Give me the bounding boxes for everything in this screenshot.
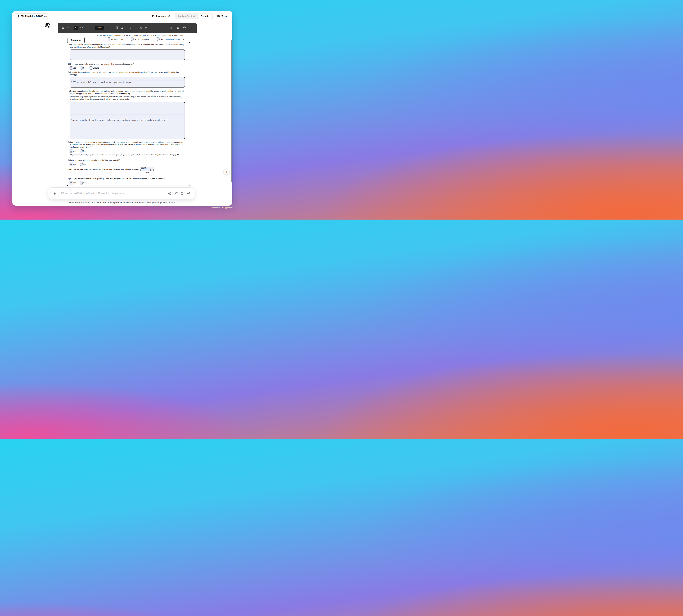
microphone-icon[interactable] (53, 192, 57, 195)
radio-no[interactable]: No (80, 181, 86, 184)
toolbar-divider (112, 26, 112, 30)
pdf-toolbar: us... 5 / 16 − 87% + (58, 23, 197, 33)
compass-icon[interactable] (168, 192, 172, 195)
scroll-down-button[interactable]: ↓ (224, 169, 230, 175)
radio-yes[interactable]: Yes (70, 162, 76, 166)
tab-results[interactable]: Results (198, 14, 212, 19)
radio-circle[interactable] (70, 66, 72, 70)
undo-icon[interactable] (139, 26, 142, 29)
redo-icon[interactable] (144, 26, 147, 29)
zoom-in-button[interactable]: + (106, 26, 109, 29)
question-7-row: 7) Provide the year when your patient be… (68, 168, 186, 176)
chat-lightning-icon[interactable] (44, 22, 50, 29)
more-options-icon[interactable] (190, 26, 193, 29)
radio-no[interactable]: No (80, 162, 86, 166)
mandatory-bold: mandatory. (121, 92, 131, 94)
view-switcher: Medical Context Results (175, 13, 213, 19)
add-text-annotation-icon[interactable] (170, 26, 173, 29)
tasks-button[interactable]: Tasks (217, 15, 228, 18)
radio-circle[interactable] (70, 149, 72, 153)
question-4-text: 4) Provide examples that describe how yo… (68, 90, 186, 95)
radio-circle[interactable] (80, 66, 83, 70)
scrollbar-thumb[interactable] (231, 40, 232, 182)
zoom-level[interactable]: 87% (95, 26, 104, 30)
gear-icon (167, 15, 170, 18)
menu-icon[interactable] (62, 26, 65, 29)
refresh-icon[interactable] (180, 192, 184, 195)
chat-input-bar: Fill out an /AISH Application Form for t… (48, 188, 195, 199)
page-total: / 16 (80, 26, 84, 29)
designation-options: Medical doctor Nurse practitioner Speech… (108, 37, 188, 41)
fit-page-icon[interactable] (115, 26, 119, 29)
disclaimer-text: is a medical AI scribe tool. It may prod… (80, 201, 176, 204)
question-5-footnote: 1If you answered no and your patient is … (70, 153, 186, 156)
tasks-label: Tasks (221, 15, 228, 18)
footnote-marker: 1 (86, 150, 86, 152)
question-8-text: 8) Has your patient's impairment in spea… (68, 177, 186, 180)
page-number-input[interactable]: 5 (73, 26, 78, 30)
radio-circle[interactable] (70, 162, 72, 166)
q7-year-group: 2020 Year (141, 167, 153, 174)
radio-circle[interactable] (70, 181, 72, 184)
radio-circle[interactable] (90, 66, 92, 70)
scribeberry-link[interactable]: Scribeberry (69, 201, 80, 204)
radio-no[interactable]: No (80, 66, 86, 70)
radio-medical-doctor[interactable]: Medical doctor (108, 37, 123, 41)
question-3-text: 3) Describe if your patient uses any dev… (68, 71, 186, 76)
q7-year-field[interactable]: 2020 (141, 167, 153, 171)
question-4-textarea[interactable]: Patient has difficulty with memory, judg… (70, 102, 185, 139)
question-1-textarea[interactable] (70, 49, 185, 60)
question-4-note: For example, they require repetition to … (70, 95, 186, 100)
question-5-text: 5) Is your patient unable to speak, or d… (68, 141, 186, 148)
chat-actions (168, 192, 190, 195)
radio-yes[interactable]: Yes (70, 66, 76, 70)
preferences-button[interactable]: Preferences (152, 15, 170, 18)
pdf-page: If your patient has an impairment in spe… (58, 33, 197, 190)
question-4-value: Patient has difficulty with memory, judg… (70, 102, 185, 121)
chat-input[interactable]: Fill out an /AISH Application Form for t… (61, 192, 168, 195)
radio-circle[interactable] (108, 37, 110, 41)
radio-circle[interactable] (157, 37, 159, 41)
question-8-options: Yes No (70, 181, 186, 184)
paperclip-icon[interactable] (174, 192, 178, 195)
rotate-icon[interactable] (121, 26, 124, 29)
question-3-textarea[interactable]: CBT; memory aids/phone reminders; occupa… (70, 77, 185, 88)
question-2-text: 2) Does your patient take medication to … (68, 63, 186, 65)
radio-no[interactable]: No1 (80, 149, 86, 153)
tasks-icon (217, 15, 220, 18)
draw-icon[interactable] (130, 26, 133, 29)
pdf-filename: us... (67, 26, 71, 29)
q7-year-label: Year (145, 172, 149, 174)
send-icon[interactable] (187, 192, 190, 195)
speaking-tab: Speaking (67, 37, 85, 43)
down-arrow-icon: ↓ (226, 170, 228, 173)
question-3-value: CBT; memory aids/phone reminders; occupa… (70, 81, 132, 84)
radio-yes[interactable]: Yes (70, 181, 76, 184)
speaking-section: 1) List any medical conditions or diagno… (67, 42, 190, 186)
radio-circle[interactable] (80, 162, 83, 166)
app-window: 2025 Updated DTC Form Preferences Medica… (12, 11, 232, 205)
print-icon[interactable] (183, 26, 186, 29)
question-6-text: 6) Is this the case all or substantially… (68, 159, 186, 161)
header-actions: Preferences Medical Context Results Task… (152, 13, 228, 19)
question-1-text: 1) List any medical conditions or diagno… (68, 43, 186, 48)
radio-nurse-practitioner[interactable]: Nurse practitioner (131, 37, 149, 41)
radio-circle[interactable] (80, 181, 83, 184)
question-7-text: 7) Provide the year when your patient be… (68, 168, 139, 171)
tab-medical-context[interactable]: Medical Context (175, 14, 198, 19)
zoom-out-button[interactable]: − (90, 26, 92, 29)
question-5-options: Yes No1 (70, 149, 186, 153)
watermark: Screenshot by Xnapper.com (209, 206, 233, 209)
radio-speech-language-pathologist[interactable]: Speech-language pathologist (157, 37, 184, 41)
disclaimer: Scribeberry is a medical AI scribe tool.… (12, 201, 232, 204)
download-icon[interactable] (176, 26, 179, 29)
radio-unsure[interactable]: Unsure (90, 66, 99, 70)
question-6-options: Yes No (70, 162, 186, 166)
document-title-button[interactable]: 2025 Updated DTC Form (14, 14, 49, 19)
question-2-options: Yes No Unsure (70, 66, 186, 70)
radio-circle[interactable] (131, 37, 134, 41)
radio-yes[interactable]: Yes (70, 149, 76, 153)
preferences-label: Preferences (152, 15, 166, 18)
form-icon (17, 15, 20, 18)
radio-circle[interactable] (80, 149, 83, 153)
